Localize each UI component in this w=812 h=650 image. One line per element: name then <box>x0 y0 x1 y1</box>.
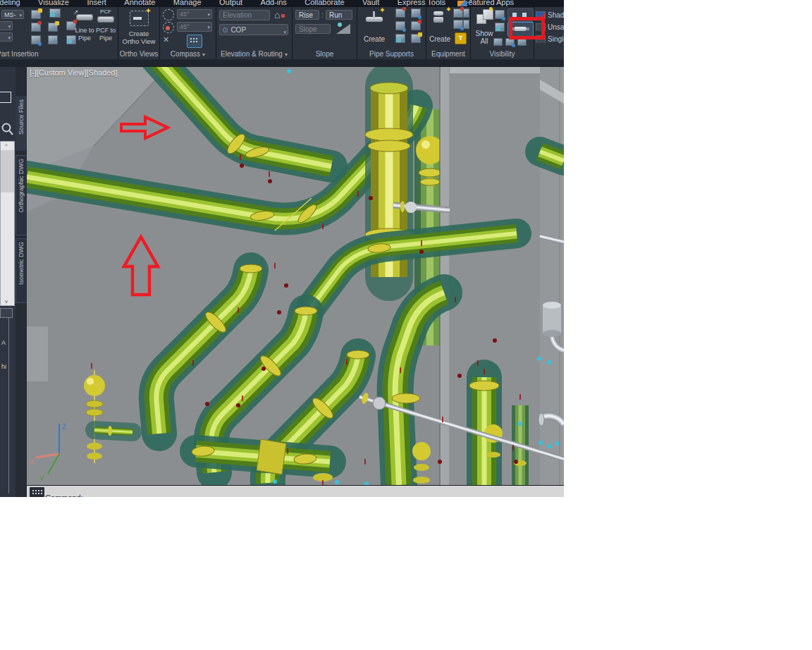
panel-equipment: ✦ Create T Equipment <box>426 7 471 59</box>
spec-selector[interactable]: MS-▾ <box>1 10 24 19</box>
piping-3d-scene: ZXY <box>27 67 564 485</box>
chevron-down-icon: ▾ <box>8 34 11 42</box>
tab-modeling[interactable]: Modeling <box>0 0 20 6</box>
tab-collaborate[interactable]: Collaborate <box>304 0 344 6</box>
create-equipment-icon: ✦ <box>432 10 448 24</box>
scroll-down-arrow[interactable]: v <box>5 298 8 305</box>
pcf-to-pipe-button[interactable]: PCF to Pipe <box>93 27 118 42</box>
support-attach-icon[interactable] <box>395 21 405 30</box>
palette-fragment-hi: hi <box>1 363 6 370</box>
visibility-option1-icon[interactable] <box>493 38 503 46</box>
palette-input-fragment[interactable] <box>0 92 11 103</box>
palette-border-line <box>8 317 9 493</box>
rise-input[interactable]: Rise <box>295 10 319 20</box>
panel-part-insertion: MS-▾ ▾ ▾ ↗ Line to Pipe PCF PCF to Pipe … <box>0 7 118 59</box>
ucs-axis-label: Y <box>39 475 44 483</box>
model-viewport[interactable]: ZXY [-][Custom View][Shaded] <box>27 67 564 485</box>
part-filter-selector[interactable]: ▾ <box>0 32 13 42</box>
compass-angle-1[interactable]: 45°▾ <box>177 9 212 19</box>
isolate-selected-icon[interactable] <box>495 23 505 32</box>
weld-gap-visibility-button[interactable] <box>508 22 534 37</box>
show-all-cube2-icon <box>483 9 493 20</box>
palette-list[interactable]: ^ v <box>0 141 15 306</box>
chevron-down-icon: ▾ <box>207 11 210 19</box>
panel-slope: Rise : Run Slope Slope <box>293 7 357 59</box>
sidebar-tab-isometric-dwg[interactable]: Isometric DWG <box>16 238 27 303</box>
support-lock-icon[interactable] <box>411 34 421 43</box>
tab-vault[interactable]: Vault <box>362 0 379 6</box>
chevron-down-icon: ▾ <box>207 23 210 32</box>
tab-manage[interactable]: Manage <box>173 0 202 6</box>
support-copy-icon[interactable] <box>411 8 421 18</box>
convert-to-plant3d-icon[interactable]: T <box>455 32 467 44</box>
tag-tool-icon[interactable] <box>31 10 41 19</box>
home-elevation-icon[interactable]: ⌂ <box>274 9 280 20</box>
chevron-down-icon: ▾ <box>469 0 472 4</box>
create-pipe-support-icon: ✦ <box>366 11 383 24</box>
tab-add-ins[interactable]: Add-ins <box>261 0 287 6</box>
scroll-up-arrow[interactable]: ^ <box>5 142 8 149</box>
routing-reference-dropdown[interactable]: ⊙COP ▾ <box>219 24 288 35</box>
chevron-down-icon: ▾ <box>19 11 22 20</box>
insert-part-icon[interactable] <box>31 35 41 44</box>
sidebar-tab-orthographic-dwg[interactable]: Orthographic DWG <box>16 155 27 235</box>
pipe-ends-visibility-button[interactable] <box>508 8 534 22</box>
create-equipment-button[interactable]: Create <box>426 35 453 43</box>
viewport-controls-label[interactable]: [-][Custom View][Shaded] <box>30 68 118 77</box>
hide-selected-icon[interactable] <box>495 10 505 19</box>
visibility-option2-icon[interactable] <box>505 38 515 46</box>
viewport-single[interactable]: Single <box>536 32 564 43</box>
tab-insert[interactable]: Insert <box>87 0 106 6</box>
compass-angle-2[interactable]: 45°▾ <box>177 22 212 32</box>
command-grip[interactable] <box>30 487 44 497</box>
visibility-option3-icon[interactable] <box>517 38 527 46</box>
tab-annotate[interactable]: Annotate <box>124 0 155 6</box>
compass-snap-toggle[interactable] <box>187 35 202 48</box>
rise-run-separator: : <box>321 11 324 19</box>
chevron-down-icon: ▾ <box>202 51 205 58</box>
slope-icon-accent <box>338 23 342 27</box>
palette-fragment-a: A <box>1 339 6 346</box>
ribbon-extra-icon[interactable] <box>457 1 467 6</box>
grip-dots-icon <box>32 489 42 495</box>
elbow-tool-icon[interactable] <box>48 35 58 44</box>
tab-express-tools[interactable]: Express Tools <box>398 0 445 6</box>
compass-arc-icon[interactable] <box>163 22 174 33</box>
equipment-nozzle-icon[interactable] <box>453 20 463 29</box>
part-size-selector[interactable]: ▾ <box>0 21 13 30</box>
support-edit-icon[interactable] <box>395 8 405 18</box>
panel-ortho-views: ✦ Create Ortho View Ortho Views <box>118 7 160 59</box>
sidebar-tab-source-files[interactable]: Source Files <box>16 96 27 151</box>
spec-viewer-icon[interactable] <box>49 8 61 18</box>
tab-output[interactable]: Output <box>219 0 242 6</box>
add-to-spec-icon[interactable] <box>48 23 58 32</box>
panel-label-part-insertion: Part Insertion <box>0 50 114 58</box>
ribbon-tab-row: Modeling Visualize Insert Annotate Manag… <box>0 0 564 7</box>
command-line-bar[interactable]: Command: <box>27 485 564 497</box>
equipment-attach-icon[interactable] <box>463 8 469 18</box>
autocad-plant3d-window: Modeling Visualize Insert Annotate Manag… <box>0 0 564 497</box>
view-unsaved[interactable]: Unsaved <box>536 20 564 31</box>
arrow-ne-icon: ↗ <box>73 8 79 16</box>
elevation-input[interactable]: Elevation <box>219 10 270 20</box>
create-pipe-support-button[interactable]: Create <box>359 35 390 43</box>
palette-box-fragment <box>0 308 13 318</box>
slope-input[interactable]: Slope <box>295 24 331 34</box>
support-detach-icon[interactable] <box>411 21 421 30</box>
run-input[interactable]: Run <box>326 10 352 20</box>
panel-label-equipment: Equipment <box>426 50 470 58</box>
chevron-down-icon: ▾ <box>8 23 11 31</box>
compass-toggle-icon[interactable] <box>163 9 174 20</box>
search-icon[interactable] <box>1 122 13 136</box>
support-shoe-icon[interactable] <box>395 34 405 43</box>
tab-visualize[interactable]: Visualize <box>38 0 69 6</box>
equipment-convert-icon[interactable] <box>463 20 469 29</box>
command-prompt[interactable]: Command: <box>45 493 83 497</box>
create-ortho-view-button[interactable]: Create Ortho View <box>120 30 158 45</box>
compass-needle-icon[interactable]: ✕ <box>163 35 173 44</box>
equipment-modify-icon[interactable] <box>453 8 463 18</box>
cut-pipe-icon[interactable] <box>31 23 41 32</box>
single-viewport-icon <box>536 35 546 43</box>
ribbon: MS-▾ ▾ ▾ ↗ Line to Pipe PCF PCF to Pipe … <box>0 7 564 59</box>
visual-style-shaded[interactable]: Shaded <box>536 8 564 19</box>
